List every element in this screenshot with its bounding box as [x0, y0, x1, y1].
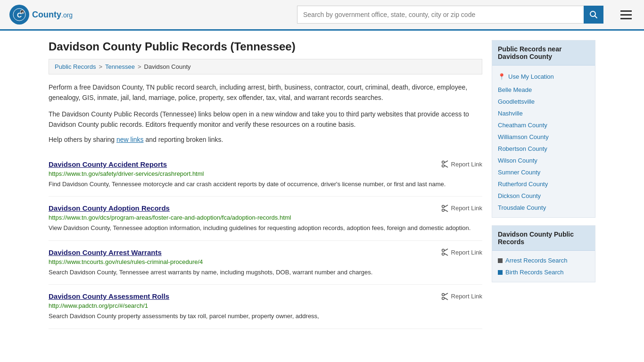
svg-point-6: [442, 161, 444, 164]
nearby-section: Public Records near Davidson County 📍 Us…: [492, 40, 595, 218]
sidebar: Public Records near Davidson County 📍 Us…: [492, 40, 595, 329]
records-section: Davidson County Public Records Arrest Re…: [492, 225, 595, 282]
record-header-2: Davidson County Arrest Warrants Report L…: [49, 248, 482, 256]
record-item-3: Davidson County Assessment Rolls Report …: [49, 285, 482, 329]
report-link-0[interactable]: Report Link: [441, 160, 482, 168]
site-header: C ★ County.org: [0, 0, 644, 31]
nearby-links: 📍 Use My Location Belle MeadeGoodlettsvi…: [492, 66, 595, 217]
svg-line-16: [444, 249, 448, 251]
record-desc-3: Search Davidson County property assessme…: [49, 312, 482, 321]
help-text: Help others by sharing new links and rep…: [49, 136, 482, 143]
record-link-text-0[interactable]: Arrest Records Search: [505, 257, 568, 264]
sidebar-record-link-0[interactable]: Arrest Records Search: [492, 255, 595, 266]
menu-line3: [620, 18, 632, 19]
new-links-link[interactable]: new links: [116, 136, 144, 143]
svg-line-12: [444, 205, 448, 207]
search-button[interactable]: [584, 6, 603, 24]
record-title-3[interactable]: Davidson County Assessment Rolls: [49, 292, 169, 300]
sidebar-record-link-1[interactable]: Birth Records Search: [492, 266, 595, 278]
search-icon: [589, 10, 598, 19]
nearby-link-9[interactable]: Dickson County: [492, 190, 595, 202]
nearby-link-1[interactable]: Goodlettsville: [492, 96, 595, 107]
breadcrumb-tennessee[interactable]: Tennessee: [105, 63, 135, 70]
record-url-1[interactable]: https://www.tn.gov/dcs/program-areas/fos…: [49, 214, 482, 221]
svg-line-9: [444, 165, 448, 168]
menu-line2: [620, 14, 632, 16]
nearby-link-8[interactable]: Rutherford County: [492, 178, 595, 190]
record-links-container: Arrest Records Search Birth Records Sear…: [492, 251, 595, 282]
nearby-link-0[interactable]: Belle Meade: [492, 84, 595, 96]
svg-line-5: [595, 16, 597, 18]
breadcrumb-sep1: >: [99, 63, 102, 70]
use-location-button[interactable]: 📍 Use My Location: [492, 69, 595, 84]
nearby-link-2[interactable]: Nashville: [492, 107, 595, 119]
svg-point-15: [442, 253, 444, 255]
location-pin-icon: 📍: [498, 73, 505, 80]
logo-text: County.org: [32, 10, 73, 20]
record-desc-0: Find Davidson County, Tennessee motorcyc…: [49, 180, 482, 189]
svg-line-8: [444, 161, 448, 163]
logo-link[interactable]: C ★ County.org: [9, 5, 73, 25]
record-title-0[interactable]: Davidson County Accident Reports: [49, 160, 167, 168]
report-link-2[interactable]: Report Link: [441, 248, 482, 256]
description-1: Perform a free Davidson County, TN publi…: [49, 82, 482, 103]
record-url-2[interactable]: https://www.tncourts.gov/rules/rules-cri…: [49, 258, 482, 265]
search-area: [297, 6, 603, 24]
scissors-icon-1: [441, 205, 449, 212]
report-link-1[interactable]: Report Link: [441, 205, 482, 212]
nearby-link-7[interactable]: Sumner County: [492, 166, 595, 178]
breadcrumb: Public Records > Tennessee > Davidson Co…: [49, 59, 482, 74]
svg-line-13: [444, 209, 448, 212]
menu-button[interactable]: [618, 8, 635, 22]
scissors-icon-0: [441, 160, 449, 168]
breadcrumb-public-records[interactable]: Public Records: [55, 63, 96, 70]
report-link-3[interactable]: Report Link: [441, 293, 482, 300]
record-title-2[interactable]: Davidson County Arrest Warrants: [49, 248, 162, 256]
page-title: Davidson County Public Records (Tennesse…: [49, 40, 482, 53]
nearby-link-3[interactable]: Cheatham County: [492, 119, 595, 131]
record-link-icon-1: [498, 270, 503, 275]
record-item-1: Davidson County Adoption Records Report …: [49, 197, 482, 241]
records-section-title: Davidson County Public Records: [492, 226, 595, 251]
record-url-3[interactable]: http://www.padctn.org/prc/#/search/1: [49, 302, 482, 309]
record-link-icon-0: [498, 258, 503, 263]
record-header-0: Davidson County Accident Reports Report …: [49, 160, 482, 168]
nearby-link-10[interactable]: Trousdale County: [492, 202, 595, 214]
main-container: Davidson County Public Records (Tennesse…: [39, 31, 605, 329]
help-after: and reporting broken links.: [144, 136, 223, 143]
record-header-1: Davidson County Adoption Records Report …: [49, 204, 482, 212]
help-before: Help others by sharing: [49, 136, 116, 143]
records-container: Davidson County Accident Reports Report …: [49, 153, 482, 329]
scissors-icon-2: [441, 248, 449, 256]
svg-point-10: [442, 205, 444, 207]
svg-line-21: [444, 297, 448, 300]
record-link-text-1[interactable]: Birth Records Search: [505, 269, 564, 276]
content-area: Davidson County Public Records (Tennesse…: [49, 40, 482, 329]
svg-point-11: [442, 209, 444, 211]
logo-icon: C ★: [9, 5, 29, 25]
record-item-0: Davidson County Accident Reports Report …: [49, 153, 482, 197]
svg-point-18: [442, 293, 444, 296]
nearby-title: Public Records near Davidson County: [492, 41, 595, 66]
nearby-link-4[interactable]: Williamson County: [492, 131, 595, 143]
breadcrumb-sep2: >: [138, 63, 141, 70]
svg-point-14: [442, 249, 444, 252]
record-header-3: Davidson County Assessment Rolls Report …: [49, 292, 482, 300]
use-location-label: Use My Location: [508, 73, 554, 80]
nearby-links-container: Belle MeadeGoodlettsvilleNashvilleCheath…: [492, 84, 595, 214]
svg-point-19: [442, 297, 444, 299]
svg-line-17: [444, 254, 448, 256]
record-title-1[interactable]: Davidson County Adoption Records: [49, 204, 170, 212]
svg-line-20: [444, 293, 448, 296]
scissors-icon-3: [441, 293, 449, 300]
menu-line1: [620, 10, 632, 12]
svg-point-7: [442, 165, 444, 167]
record-item-2: Davidson County Arrest Warrants Report L…: [49, 241, 482, 285]
nearby-link-6[interactable]: Wilson County: [492, 155, 595, 166]
record-desc-1: View Davidson County, Tennessee adoption…: [49, 223, 482, 233]
record-url-0[interactable]: https://www.tn.gov/safety/driver-service…: [49, 170, 482, 177]
search-input[interactable]: [297, 6, 584, 24]
record-desc-2: Search Davidson County, Tennessee arrest…: [49, 268, 482, 277]
nearby-link-5[interactable]: Robertson County: [492, 143, 595, 155]
description-2: The Davidson County Public Records (Tenn…: [49, 109, 482, 130]
